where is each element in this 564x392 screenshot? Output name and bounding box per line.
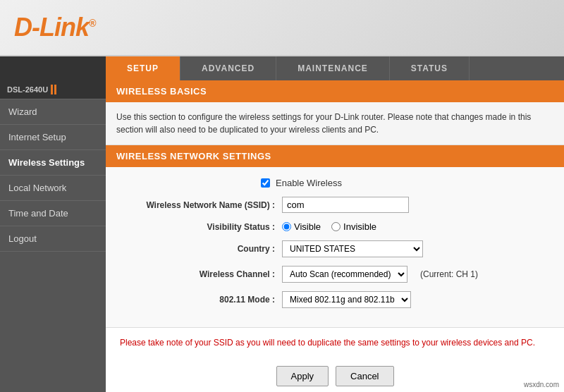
country-select[interactable]: UNITED STATES bbox=[282, 240, 423, 257]
ssid-control bbox=[282, 197, 550, 213]
enable-wireless-label: Enable Wireless bbox=[276, 178, 342, 188]
apply-button[interactable]: Apply bbox=[276, 366, 329, 386]
ssid-label: Wireless Network Name (SSID) : bbox=[120, 200, 282, 210]
ssid-input[interactable] bbox=[282, 197, 409, 213]
tab-advanced[interactable]: ADVANCED bbox=[180, 56, 276, 80]
mode-row: 802.11 Mode : Mixed 802.11g and 802.11b bbox=[120, 291, 550, 308]
channel-select[interactable]: Auto Scan (recommended) bbox=[282, 266, 407, 283]
sidebar-item-logout[interactable]: Logout bbox=[0, 226, 106, 252]
device-label-text: DSL-2640U bbox=[7, 85, 48, 94]
country-label: Country : bbox=[120, 244, 282, 254]
current-channel: (Current: CH 1) bbox=[420, 269, 478, 279]
visible-radio[interactable] bbox=[282, 222, 291, 231]
channel-row: Wireless Channel : Auto Scan (recommende… bbox=[120, 266, 550, 283]
action-buttons: Apply Cancel bbox=[106, 357, 564, 392]
invisible-label: Invisible bbox=[343, 221, 376, 232]
visibility-control: Visible Invisible bbox=[282, 221, 550, 232]
sidebar-item-wireless-settings[interactable]: Wireless Settings bbox=[0, 150, 106, 176]
visibility-row: Visibility Status : Visible Invisible bbox=[120, 221, 550, 232]
enable-wireless-checkbox[interactable] bbox=[261, 178, 270, 188]
visible-option[interactable]: Visible bbox=[282, 221, 321, 232]
tab-status[interactable]: STATUS bbox=[390, 56, 470, 80]
channel-control: Auto Scan (recommended) (Current: CH 1) bbox=[282, 266, 550, 283]
network-section-title: WIRELESS NETWORK SETTINGS bbox=[106, 145, 564, 167]
tab-maintenance[interactable]: MAINTENANCE bbox=[276, 56, 390, 80]
nav-tabs: SETUP ADVANCED MAINTENANCE STATUS bbox=[106, 56, 564, 80]
invisible-option[interactable]: Invisible bbox=[331, 221, 376, 232]
logo-container: D-Link® bbox=[14, 13, 95, 42]
enable-wireless-row: Enable Wireless bbox=[120, 178, 550, 188]
sidebar-item-time-and-date[interactable]: Time and Date bbox=[0, 201, 106, 226]
visibility-label: Visibility Status : bbox=[120, 222, 282, 232]
stripes-icon bbox=[51, 85, 56, 94]
content-area: WIRELESS BASICS Use this section to conf… bbox=[106, 80, 564, 392]
main-layout: DSL-2640U Wizard Internet Setup Wireless… bbox=[0, 80, 564, 392]
watermark: wsxdn.com bbox=[522, 380, 561, 389]
logo: D-Link® bbox=[14, 13, 95, 42]
mode-label: 802.11 Mode : bbox=[120, 295, 282, 305]
tab-setup[interactable]: SETUP bbox=[106, 56, 180, 80]
header: D-Link® bbox=[0, 0, 564, 56]
visible-label: Visible bbox=[294, 221, 321, 232]
sidebar-item-internet-setup[interactable]: Internet Setup bbox=[0, 125, 106, 150]
country-control: UNITED STATES bbox=[282, 240, 550, 257]
mode-select[interactable]: Mixed 802.11g and 802.11b bbox=[282, 291, 411, 308]
page-title: WIRELESS BASICS bbox=[106, 80, 564, 102]
invisible-radio[interactable] bbox=[331, 222, 341, 231]
sidebar-item-wizard[interactable]: Wizard bbox=[0, 99, 106, 125]
mode-control: Mixed 802.11g and 802.11b bbox=[282, 291, 550, 308]
visibility-radio-group: Visible Invisible bbox=[282, 221, 376, 232]
info-box: Use this section to configure the wirele… bbox=[106, 102, 564, 145]
channel-label: Wireless Channel : bbox=[120, 269, 282, 279]
warning-text: Please take note of your SSID as you wil… bbox=[106, 328, 564, 357]
network-settings-section: WIRELESS NETWORK SETTINGS Enable Wireles… bbox=[106, 145, 564, 328]
sidebar: DSL-2640U Wizard Internet Setup Wireless… bbox=[0, 80, 106, 392]
form-area: Enable Wireless Wireless Network Name (S… bbox=[106, 167, 564, 327]
cancel-button[interactable]: Cancel bbox=[336, 366, 393, 386]
device-label: DSL-2640U bbox=[0, 80, 106, 99]
ssid-row: Wireless Network Name (SSID) : bbox=[120, 197, 550, 213]
sidebar-item-local-network[interactable]: Local Network bbox=[0, 176, 106, 201]
country-row: Country : UNITED STATES bbox=[120, 240, 550, 257]
